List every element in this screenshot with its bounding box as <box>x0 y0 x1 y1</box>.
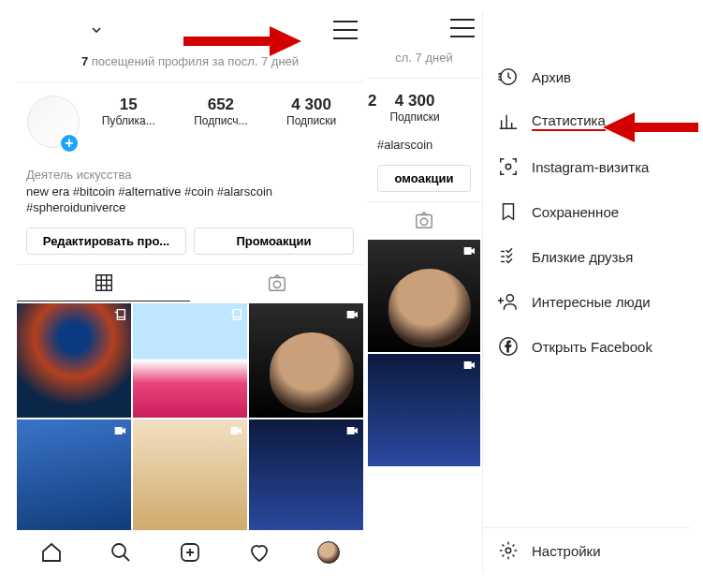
insights-icon <box>498 111 519 132</box>
edit-profile-button[interactable]: Редактировать про... <box>26 228 186 255</box>
menu-settings[interactable]: Настройки <box>483 527 690 573</box>
svg-point-8 <box>506 295 513 301</box>
tab-grid[interactable] <box>17 265 190 301</box>
close-friends-icon <box>498 246 519 267</box>
visits-text: посещений профиля за посл. 7 дней <box>92 54 299 68</box>
svg-point-7 <box>505 164 511 169</box>
avatar-icon <box>317 541 340 564</box>
video-icon <box>344 307 359 322</box>
stats-row: + 15Публика... 652Подписч... 4 300Подпис… <box>17 82 363 157</box>
category-label: Деятель искусства <box>26 167 354 184</box>
archive-icon <box>498 66 519 87</box>
menu-button[interactable] <box>450 19 475 37</box>
post-tile[interactable] <box>133 419 247 534</box>
post-tile[interactable] <box>249 419 363 534</box>
video-icon <box>344 423 359 438</box>
search-icon <box>110 541 132 564</box>
stat-posts[interactable]: 15Публика... <box>102 96 155 127</box>
menu-archive[interactable]: Архив <box>483 54 690 99</box>
facebook-icon <box>498 336 519 357</box>
bottom-nav <box>17 530 363 573</box>
visits-count: 7 <box>81 54 88 68</box>
video-icon <box>112 423 127 438</box>
nametag-icon <box>498 156 519 177</box>
username-dropdown[interactable]: username <box>22 19 105 41</box>
promotions-button[interactable]: Промоакции <box>194 228 354 255</box>
bio-text-2: #spheroiduniverce <box>26 199 354 216</box>
carousel-icon <box>228 307 243 322</box>
tab-tagged[interactable] <box>190 265 363 301</box>
stat-followers[interactable]: 652Подписч... <box>194 96 247 127</box>
add-post-icon <box>179 541 201 564</box>
feed-tabs <box>17 264 363 301</box>
nav-home[interactable] <box>39 540 64 565</box>
post-tile[interactable] <box>17 303 131 418</box>
bookmark-icon <box>498 201 519 222</box>
grid-icon <box>94 272 114 293</box>
menu-discover-people[interactable]: Интересные люди <box>483 279 690 324</box>
bio-text-1: new era #bitcoin #alternative #coin #ala… <box>26 184 354 200</box>
post-tile[interactable] <box>133 303 247 418</box>
carousel-icon <box>112 307 127 322</box>
menu-label: Статистика <box>532 112 606 131</box>
stat[interactable]: 2 <box>368 92 376 124</box>
menu-label: Сохраненное <box>532 204 619 220</box>
menu-saved[interactable]: Сохраненное <box>483 189 690 234</box>
bio-text: #alarscoin <box>377 137 471 154</box>
bio: Деятель искусства new era #bitcoin #alte… <box>17 157 363 222</box>
post-tile[interactable] <box>249 303 363 418</box>
stat-following[interactable]: 4 300Подписки <box>286 96 336 127</box>
profile-screen-right: сл. 7 дней 2 4 300Подписки #alarscoin ом… <box>368 11 480 573</box>
tagged-icon <box>414 210 434 230</box>
video-icon <box>461 358 476 373</box>
post-tile[interactable] <box>17 419 131 534</box>
menu-label: Близкие друзья <box>532 249 633 265</box>
svg-point-2 <box>112 544 125 557</box>
nav-search[interactable] <box>109 540 133 565</box>
nav-add[interactable] <box>178 540 202 565</box>
settings-icon <box>498 540 519 561</box>
video-icon <box>228 423 243 438</box>
home-icon <box>40 541 63 564</box>
avatar[interactable]: + <box>24 96 82 154</box>
profile-visits: сл. 7 дней <box>368 43 480 79</box>
header: username <box>17 11 363 47</box>
profile-screen-left: username 7 посещений профиля за посл. 7 … <box>17 11 363 573</box>
menu-button[interactable] <box>333 21 358 39</box>
menu-label: Архив <box>532 69 571 85</box>
add-story-badge[interactable]: + <box>59 133 80 154</box>
heart-icon <box>248 541 271 564</box>
post-tile[interactable] <box>368 240 480 352</box>
discover-people-icon <box>498 291 519 312</box>
chevron-down-icon <box>92 25 101 35</box>
menu-label: Открыть Facebook <box>532 339 652 355</box>
nav-activity[interactable] <box>247 540 271 565</box>
stat[interactable]: 4 300Подписки <box>389 92 439 124</box>
menu-label: Настройки <box>532 543 601 559</box>
nav-profile[interactable] <box>316 540 341 565</box>
menu-insights[interactable]: Статистика <box>483 99 690 144</box>
menu-label: Интересные люди <box>532 294 651 310</box>
profile-visits: 7 посещений профиля за посл. 7 дней <box>17 47 363 82</box>
menu-nametag[interactable]: Instagram-визитка <box>483 144 690 189</box>
menu-label: Instagram-визитка <box>532 159 649 175</box>
post-tile[interactable] <box>368 354 480 466</box>
svg-point-1 <box>273 281 280 287</box>
promotions-button[interactable]: омоакции <box>377 165 471 192</box>
post-grid <box>17 301 363 534</box>
menu-close-friends[interactable]: Близкие друзья <box>483 234 690 279</box>
tab-tagged[interactable] <box>368 202 480 238</box>
side-menu: Архив Статистика Instagram-визитка Сохра… <box>482 11 690 573</box>
tagged-icon <box>267 272 287 293</box>
menu-open-facebook[interactable]: Открыть Facebook <box>483 324 690 369</box>
svg-point-5 <box>420 218 427 225</box>
video-icon <box>461 243 476 258</box>
svg-point-10 <box>505 548 511 553</box>
